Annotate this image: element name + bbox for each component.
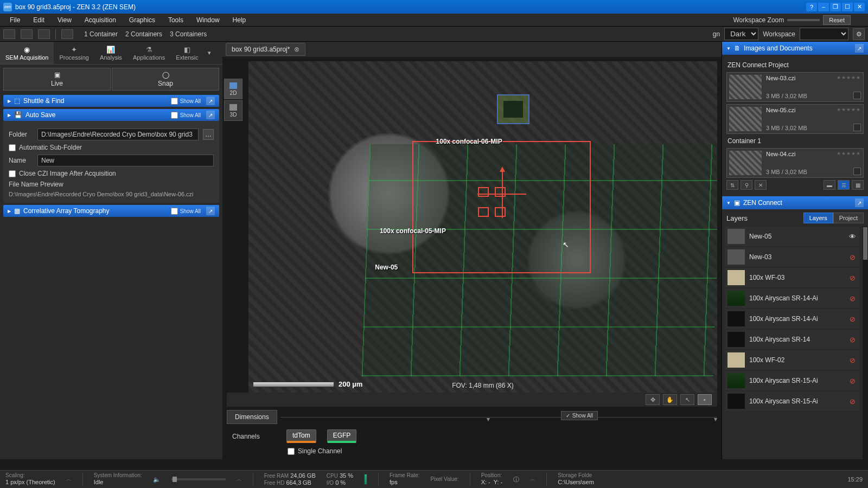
popout-icon[interactable]: ↗ bbox=[855, 198, 864, 207]
workspace-zoom-slider[interactable] bbox=[787, 19, 820, 21]
channel-tdtom[interactable]: tdTom bbox=[286, 429, 316, 443]
visibility-icon[interactable]: ⊘ bbox=[847, 253, 857, 261]
minimize-icon[interactable]: − bbox=[818, 3, 829, 11]
tab-analysis[interactable]: 📊Analysis bbox=[94, 42, 127, 64]
expand-icon[interactable]: ︿ bbox=[530, 476, 535, 483]
layer-item[interactable]: 100x Airyscan SR-15-Ai⊘ bbox=[725, 371, 859, 390]
close-czi-check[interactable] bbox=[9, 170, 16, 177]
container-icon[interactable] bbox=[61, 29, 73, 39]
tab-project[interactable]: Project bbox=[833, 213, 864, 223]
viewport[interactable]: 100x confocal-06-MIP 100x confocal-05-MI… bbox=[248, 61, 717, 393]
popout-icon[interactable]: ↗ bbox=[206, 97, 215, 105]
view-large-icon[interactable]: ▬ bbox=[824, 180, 835, 190]
layer-item[interactable]: New-03⊘ bbox=[725, 247, 859, 267]
tool-icon[interactable] bbox=[38, 29, 50, 39]
menu-acquisition[interactable]: Acquisition bbox=[78, 15, 123, 25]
pan-tool-icon[interactable]: ✥ bbox=[646, 394, 660, 405]
dropdown-icon[interactable]: ▾ bbox=[487, 415, 490, 423]
browse-button[interactable]: … bbox=[203, 129, 214, 140]
showall-check[interactable] bbox=[171, 112, 178, 119]
layer-item[interactable]: 100x Airyscan SR-14-Ai⊘ bbox=[725, 309, 859, 329]
view-2d-button[interactable]: 2D bbox=[224, 79, 242, 99]
container-3[interactable]: 3 Containers bbox=[170, 30, 207, 38]
visibility-icon[interactable]: ⊘ bbox=[847, 356, 857, 364]
roi-marker[interactable] bbox=[495, 207, 506, 217]
tab-extensions[interactable]: ◧Extensic bbox=[170, 42, 204, 64]
doc-check[interactable] bbox=[853, 92, 861, 99]
visibility-icon[interactable]: ⊘ bbox=[847, 274, 857, 281]
visibility-icon[interactable]: ⊘ bbox=[847, 397, 857, 405]
dropdown-icon[interactable]: ▾ bbox=[714, 415, 717, 423]
document-tab[interactable]: box 90 grid3.a5proj* ⊗ bbox=[226, 43, 305, 56]
showall-toggle[interactable]: ✓ Show All bbox=[561, 411, 598, 420]
visibility-icon[interactable]: ⊘ bbox=[847, 294, 857, 302]
help-icon[interactable]: ? bbox=[806, 3, 817, 11]
roi-marker[interactable] bbox=[495, 187, 506, 197]
shuttle-find-header[interactable]: ▶ ⬚ Shuttle & Find Show All ↗ bbox=[3, 95, 219, 107]
auto-subfolder-check[interactable] bbox=[9, 144, 16, 151]
doc-check[interactable] bbox=[853, 124, 861, 131]
restore-icon[interactable]: ❐ bbox=[830, 3, 841, 11]
roi-marker[interactable] bbox=[478, 187, 489, 197]
doc-item[interactable]: New-04.czi★★★★★ 3 MB / 3,02 MB bbox=[726, 148, 864, 178]
tab-more[interactable]: ▾ bbox=[204, 42, 215, 64]
roi-marker[interactable] bbox=[478, 207, 489, 217]
open-icon[interactable] bbox=[3, 29, 15, 39]
close-icon[interactable]: ✕ bbox=[854, 3, 865, 11]
cat-header[interactable]: ▶ ▦ Correlative Array Tomography Show Al… bbox=[3, 205, 219, 217]
save-icon[interactable] bbox=[21, 29, 33, 39]
delete-icon[interactable]: ✕ bbox=[755, 180, 767, 190]
expand-icon[interactable]: ︿ bbox=[66, 476, 72, 483]
expand-icon[interactable]: ︿ bbox=[237, 476, 242, 483]
select-tool-icon[interactable]: ▪ bbox=[698, 394, 712, 405]
autosave-header[interactable]: ▶ 💾 Auto Save Show All ↗ bbox=[3, 109, 219, 121]
layer-item[interactable]: 100x Airyscan SR-15-Ai⊘ bbox=[725, 391, 859, 411]
popout-icon[interactable]: ↗ bbox=[206, 207, 215, 215]
name-input[interactable] bbox=[37, 155, 214, 166]
doc-check[interactable] bbox=[853, 168, 861, 175]
channel-egfp[interactable]: EGFP bbox=[327, 429, 357, 443]
layout-icon[interactable] bbox=[854, 16, 865, 24]
visibility-icon[interactable]: 👁 bbox=[847, 233, 857, 240]
tab-applications[interactable]: ⚗Applications bbox=[127, 42, 170, 64]
theme-select[interactable]: Dark bbox=[724, 28, 758, 40]
popout-icon[interactable]: ↗ bbox=[206, 111, 215, 119]
snap-button[interactable]: ◯Snap bbox=[112, 68, 219, 91]
showall-check[interactable] bbox=[171, 208, 178, 215]
folder-input[interactable] bbox=[37, 129, 199, 140]
layers-scrollbar[interactable] bbox=[863, 227, 868, 459]
sort-icon[interactable]: ⇅ bbox=[726, 180, 738, 190]
maximize-icon[interactable]: ☐ bbox=[842, 3, 853, 11]
doc-item[interactable]: New-03.czi★★★★★ 3 MB / 3,02 MB bbox=[726, 72, 864, 102]
gear-icon[interactable]: ⚙ bbox=[853, 28, 865, 40]
menu-view[interactable]: View bbox=[51, 15, 78, 25]
live-button[interactable]: ▣Live bbox=[3, 68, 111, 91]
view-list-icon[interactable]: ☰ bbox=[838, 180, 850, 190]
view-grid-icon[interactable]: ▦ bbox=[852, 180, 864, 190]
volume-slider[interactable] bbox=[171, 478, 226, 480]
reset-button[interactable]: Reset bbox=[823, 15, 851, 25]
info-icon[interactable]: ⓘ bbox=[513, 476, 519, 484]
workspace-select[interactable] bbox=[800, 28, 848, 40]
menu-edit[interactable]: Edit bbox=[27, 15, 51, 25]
filter-icon[interactable]: ⚲ bbox=[741, 180, 752, 190]
single-channel-check[interactable] bbox=[288, 448, 295, 455]
roi-blue[interactable] bbox=[497, 94, 529, 124]
menu-tools[interactable]: Tools bbox=[162, 15, 190, 25]
pointer-tool-icon[interactable]: ↖ bbox=[680, 394, 694, 405]
layer-item[interactable]: 100x Airyscan SR-14-Ai⊘ bbox=[725, 288, 859, 308]
hand-tool-icon[interactable]: ✋ bbox=[663, 394, 677, 405]
tab-processing[interactable]: ✦Processing bbox=[54, 42, 94, 64]
layer-item[interactable]: 100x WF-03⊘ bbox=[725, 268, 859, 287]
close-tab-icon[interactable]: ⊗ bbox=[294, 46, 299, 53]
layer-item[interactable]: New-05👁 bbox=[725, 227, 859, 246]
menu-graphics[interactable]: Graphics bbox=[123, 15, 162, 25]
visibility-icon[interactable]: ⊘ bbox=[847, 336, 857, 343]
images-docs-header[interactable]: ▼ 🗎 Images and Documents ↗ bbox=[722, 42, 868, 55]
dimensions-tab[interactable]: Dimensions bbox=[227, 410, 277, 424]
zen-connect-header[interactable]: ▼ ▣ ZEN Connect ↗ bbox=[722, 196, 868, 209]
visibility-icon[interactable]: ⊘ bbox=[847, 377, 857, 384]
tab-layers[interactable]: Layers bbox=[803, 213, 833, 223]
showall-check[interactable] bbox=[171, 98, 178, 105]
menu-help[interactable]: Help bbox=[226, 15, 253, 25]
